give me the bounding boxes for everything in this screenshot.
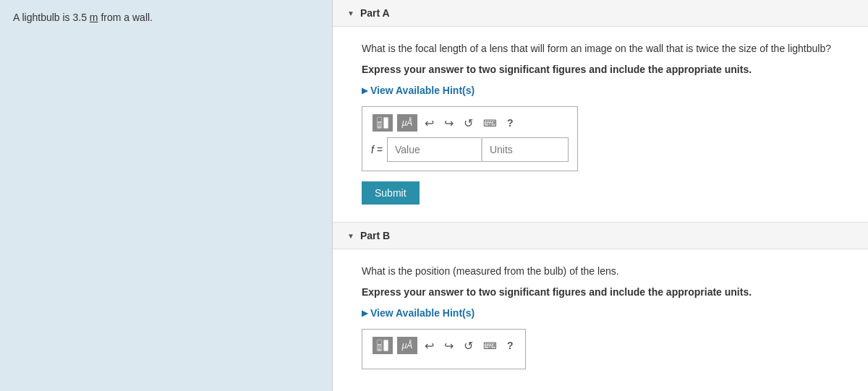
part-a-answer-row: f = [371,137,569,162]
svg-rect-3 [378,123,381,126]
part-b-split-view-button[interactable] [373,337,393,354]
part-b-question: What is the position (measured from the … [362,264,839,279]
part-a-submit-button[interactable]: Submit [362,181,420,205]
hint-arrow-icon: ▶ [362,86,367,95]
help-button[interactable]: ? [504,116,516,130]
part-a-label: Part A [360,7,390,19]
part-a-answer-label: f = [371,144,383,155]
part-b-header: ▼ Part B [333,223,868,249]
right-panel: ▼ Part A What is the focal length of a l… [333,0,868,391]
part-b-redo-button[interactable]: ↪ [441,338,456,354]
part-b-hint-link[interactable]: ▶ View Available Hint(s) [362,307,839,319]
part-b-instruction: Express your answer to two significant f… [362,285,839,300]
keyboard-button[interactable]: ⌨ [480,116,500,130]
svg-rect-1 [383,117,388,129]
part-a-hint-link[interactable]: ▶ View Available Hint(s) [362,85,839,96]
part-a-hint-label: View Available Hint(s) [370,85,475,96]
svg-rect-5 [383,340,388,351]
part-b-text-format-button[interactable]: μÅ [397,337,417,354]
part-a-section: ▼ Part A What is the focal length of a l… [333,0,868,223]
part-b-refresh-button[interactable]: ↺ [461,338,476,354]
part-a-header: ▼ Part A [333,0,868,27]
left-panel: A lightbulb is 3.5 m from a wall. [0,0,333,391]
part-b-keyboard-button[interactable]: ⌨ [480,339,500,353]
part-b-hint-label: View Available Hint(s) [370,307,475,319]
part-a-collapse-icon[interactable]: ▼ [347,9,354,17]
part-b-help-button[interactable]: ? [504,338,516,353]
part-a-units-input[interactable] [482,137,569,162]
problem-statement: A lightbulb is 3.5 m from a wall. [13,12,319,23]
part-b-label: Part B [360,230,390,241]
svg-rect-7 [378,345,381,349]
part-a-answer-box: μÅ ↩ ↪ ↺ ⌨ ? f = [362,106,578,171]
redo-button[interactable]: ↪ [441,115,456,132]
part-a-content: What is the focal length of a lens that … [333,27,868,222]
part-a-instruction: Express your answer to two significant f… [362,62,839,77]
part-a-value-input[interactable] [387,137,481,162]
refresh-button[interactable]: ↺ [461,115,476,132]
part-a-toolbar: μÅ ↩ ↪ ↺ ⌨ ? [371,114,569,132]
text-format-button[interactable]: μÅ [397,114,417,132]
part-b-content: What is the position (measured from the … [333,249,868,391]
part-b-hint-arrow-icon: ▶ [362,309,367,318]
part-b-undo-button[interactable]: ↩ [422,338,437,354]
svg-rect-2 [378,118,381,121]
split-view-button[interactable] [373,114,393,132]
part-b-section: ▼ Part B What is the position (measured … [333,223,868,391]
part-b-answer-box: μÅ ↩ ↪ ↺ ⌨ ? [362,329,526,369]
part-b-toolbar: μÅ ↩ ↪ ↺ ⌨ ? [371,337,516,354]
part-a-question: What is the focal length of a lens that … [362,41,839,56]
svg-rect-6 [378,340,381,344]
undo-button[interactable]: ↩ [422,115,437,132]
part-b-collapse-icon[interactable]: ▼ [347,232,354,240]
